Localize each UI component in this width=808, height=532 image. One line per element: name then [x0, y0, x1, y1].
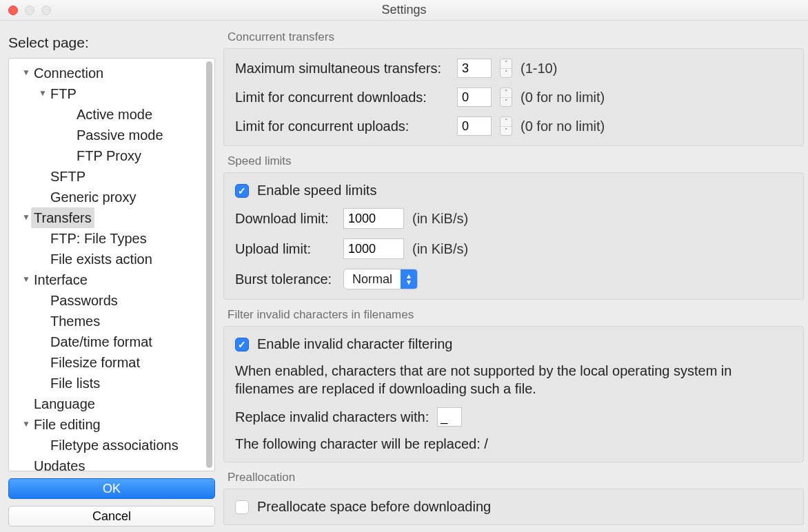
tree-item-label: SFTP	[48, 166, 88, 187]
tree-item-file-editing[interactable]: ▼File editing	[9, 414, 205, 435]
disclosure-triangle-icon[interactable]: ▼	[21, 62, 31, 83]
tree-item-label: Language	[31, 393, 98, 414]
enable-char-filter-checkbox[interactable]: ✓	[235, 338, 249, 351]
disclosure-triangle-icon[interactable]: ▼	[21, 207, 31, 227]
disclosure-triangle-icon[interactable]: ▼	[21, 413, 31, 434]
download-limit-input[interactable]	[343, 208, 404, 229]
tree-item-label: Transfers	[31, 207, 94, 228]
group-title: Filter invalid characters in filenames	[223, 304, 804, 326]
download-limit-unit: (in KiB/s)	[412, 211, 468, 227]
group-filter-invalid-chars: Filter invalid characters in filenames ✓…	[223, 304, 804, 462]
tree-item-label: Interface	[31, 269, 90, 290]
enable-speed-limits-label: Enable speed limits	[257, 183, 376, 198]
tree-item-label: FTP Proxy	[74, 145, 144, 166]
upload-limit-input[interactable]	[343, 238, 404, 259]
stepper-down-icon[interactable]: ˅	[501, 98, 512, 107]
select-arrows-icon: ▲▼	[401, 269, 417, 289]
enable-speed-limits-checkbox[interactable]: ✓	[235, 184, 249, 198]
enable-char-filter-label: Enable invalid character filtering	[257, 336, 453, 352]
max-transfers-stepper[interactable]: ˄˅	[500, 59, 512, 78]
max-transfers-input[interactable]	[457, 59, 492, 78]
tree-item-date-time-format[interactable]: Date/time format	[9, 331, 205, 352]
preallocate-checkbox[interactable]	[235, 500, 249, 514]
tree-item-filetype-associations[interactable]: Filetype associations	[9, 435, 205, 456]
tree-item-passive-mode[interactable]: Passive mode	[9, 125, 205, 145]
tree-item-transfers[interactable]: ▼Transfers	[9, 207, 205, 228]
tree-item-label: Themes	[48, 311, 103, 331]
tree-item-label: Updates	[31, 456, 88, 471]
cancel-button[interactable]: Cancel	[8, 506, 215, 526]
tree-item-label: Date/time format	[48, 331, 155, 352]
burst-tolerance-label: Burst tolerance:	[235, 272, 335, 287]
char-filter-description: When enabled, characters that are not su…	[235, 362, 792, 398]
tree-item-label: Passwords	[48, 290, 121, 311]
sidebar-heading: Select page:	[8, 32, 215, 58]
tree-item-label: Passive mode	[74, 125, 166, 145]
tree-item-passwords[interactable]: Passwords	[9, 290, 205, 311]
window-title: Settings	[0, 3, 808, 17]
max-transfers-hint: (1-10)	[521, 61, 557, 76]
tree-item-updates[interactable]: Updates	[9, 456, 205, 471]
tree-item-active-mode[interactable]: Active mode	[9, 104, 205, 125]
group-title: Preallocation	[223, 467, 804, 489]
group-concurrent-transfers: Concurrent transfers Maximum simultaneou…	[223, 26, 804, 146]
stepper-up-icon[interactable]: ˄	[501, 88, 512, 98]
tree-item-label: Filetype associations	[48, 435, 181, 456]
tree-item-file-lists[interactable]: File lists	[9, 373, 205, 393]
tree-item-label: File editing	[31, 414, 103, 435]
concurrent-downloads-hint: (0 for no limit)	[521, 90, 605, 105]
tree-item-ftp-file-types[interactable]: FTP: File Types	[9, 228, 205, 249]
replaced-char-note: The following character will be replaced…	[235, 436, 792, 452]
replace-char-input[interactable]	[437, 407, 462, 427]
stepper-down-icon[interactable]: ˅	[501, 69, 512, 78]
tree-item-generic-proxy[interactable]: Generic proxy	[9, 187, 205, 207]
tree-item-label: FTP	[48, 83, 79, 104]
sidebar: Select page: ▼Connection▼FTPActive modeP…	[0, 21, 221, 532]
tree-item-file-exists-action[interactable]: File exists action	[9, 249, 205, 269]
stepper-up-icon[interactable]: ˄	[501, 117, 512, 127]
concurrent-downloads-stepper[interactable]: ˄˅	[500, 88, 512, 107]
group-title: Concurrent transfers	[223, 26, 804, 48]
tree-item-ftp[interactable]: ▼FTP	[9, 83, 205, 104]
concurrent-uploads-stepper[interactable]: ˄˅	[500, 116, 512, 136]
page-tree: ▼Connection▼FTPActive modePassive modeFT…	[8, 58, 215, 471]
preallocate-label: Preallocate space before downloading	[257, 499, 491, 515]
max-transfers-label: Maximum simultaneous transfers:	[235, 61, 449, 76]
stepper-up-icon[interactable]: ˄	[501, 59, 512, 69]
concurrent-downloads-label: Limit for concurrent downloads:	[235, 90, 449, 105]
tree-item-label: File exists action	[48, 249, 155, 269]
settings-panel: Concurrent transfers Maximum simultaneou…	[221, 21, 808, 532]
replace-char-label: Replace invalid characters with:	[235, 409, 429, 425]
tree-item-ftp-proxy[interactable]: FTP Proxy	[9, 145, 205, 166]
tree-item-label: FTP: File Types	[48, 228, 150, 249]
concurrent-uploads-label: Limit for concurrent uploads:	[235, 119, 449, 134]
tree-item-label: File lists	[48, 373, 103, 393]
upload-limit-label: Upload limit:	[235, 241, 335, 257]
tree-item-sftp[interactable]: SFTP	[9, 166, 205, 187]
stepper-down-icon[interactable]: ˅	[501, 127, 512, 136]
group-title: Speed limits	[223, 150, 804, 172]
burst-tolerance-select[interactable]: Normal ▲▼	[343, 269, 418, 289]
group-speed-limits: Speed limits ✓ Enable speed limits Downl…	[223, 150, 804, 300]
concurrent-downloads-input[interactable]	[457, 88, 492, 107]
tree-item-label: Filesize format	[48, 352, 143, 373]
disclosure-triangle-icon[interactable]: ▼	[21, 269, 31, 289]
concurrent-uploads-hint: (0 for no limit)	[521, 119, 605, 134]
disclosure-triangle-icon[interactable]: ▼	[38, 83, 48, 103]
tree-item-filesize-format[interactable]: Filesize format	[9, 352, 205, 373]
download-limit-label: Download limit:	[235, 211, 335, 227]
tree-item-label: Active mode	[74, 104, 155, 125]
group-preallocation: Preallocation Preallocate space before d…	[223, 467, 804, 525]
tree-item-language[interactable]: Language	[9, 393, 205, 414]
concurrent-uploads-input[interactable]	[457, 116, 492, 136]
titlebar: Settings	[0, 0, 808, 21]
burst-tolerance-value: Normal	[344, 272, 401, 287]
tree-item-themes[interactable]: Themes	[9, 311, 205, 331]
upload-limit-unit: (in KiB/s)	[412, 241, 468, 257]
tree-item-label: Generic proxy	[48, 187, 139, 207]
tree-item-connection[interactable]: ▼Connection	[9, 63, 205, 83]
ok-button[interactable]: OK	[8, 478, 215, 499]
tree-item-interface[interactable]: ▼Interface	[9, 269, 205, 290]
tree-scrollbar[interactable]	[206, 61, 212, 468]
tree-item-label: Connection	[31, 63, 106, 83]
